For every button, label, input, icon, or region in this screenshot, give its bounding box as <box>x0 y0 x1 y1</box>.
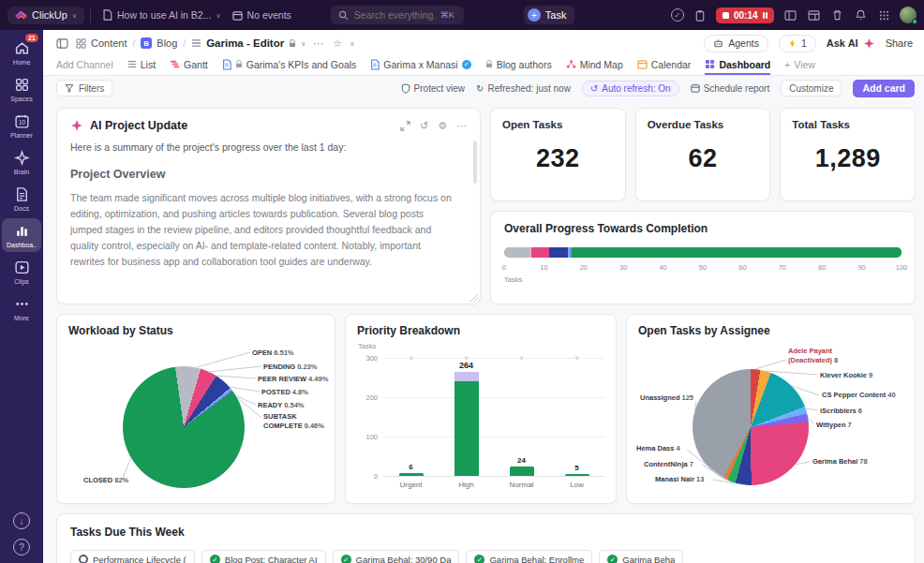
search-input[interactable] <box>354 9 435 21</box>
history-icon[interactable]: ↺ <box>420 120 428 132</box>
more-options-icon[interactable]: ⋯ <box>311 37 325 50</box>
help-icon[interactable]: ? <box>13 539 30 556</box>
tab-calendar[interactable]: Calendar <box>637 56 692 75</box>
task-chip[interactable]: ✓ Blog Post: Character AI <box>201 550 326 563</box>
bar[interactable] <box>399 473 424 476</box>
stat-title: Overdue Tasks <box>648 119 759 130</box>
sidebar-item-more[interactable]: More <box>2 291 41 325</box>
boost-button[interactable]: 1 <box>779 35 816 52</box>
protect-view-button[interactable]: Protect view <box>401 83 465 94</box>
expand-icon[interactable] <box>400 121 410 131</box>
doc-icon <box>370 59 380 70</box>
schedule-report-label: Schedule report <box>704 83 770 94</box>
schedule-report-button[interactable]: Schedule report <box>691 83 770 94</box>
tab-dashboard[interactable]: Dashboard <box>705 56 770 75</box>
tab-label: Blog authors <box>497 59 552 70</box>
open-tasks-by-assignee-card: Open Tasks by Assignee Adele Payant (Dea… <box>626 314 916 504</box>
breadcrumb-blog[interactable]: B Blog <box>141 37 177 49</box>
add-card-button[interactable]: Add card <box>853 80 915 97</box>
assignee-pie[interactable] <box>693 369 809 485</box>
chevron-down-icon[interactable]: ∨ <box>409 354 413 362</box>
sidebar-item-label: Clips <box>14 278 29 285</box>
tab-garima-x-manasi[interactable]: Garima x Manasi ✓ <box>370 56 470 75</box>
check-circle-icon[interactable]: ✓ <box>671 8 684 22</box>
open-doc-button[interactable]: How to use AI in B2... ∨ <box>97 7 227 23</box>
refreshed-status[interactable]: ↻ Refreshed: just now <box>476 83 571 94</box>
sidebar-item-clips[interactable]: Clips <box>2 255 41 289</box>
tasks-due-this-week-card: Tasks Due This Week Performance Lifecycl… <box>56 513 916 563</box>
tab-list[interactable]: List <box>127 56 156 75</box>
card-menu-icon[interactable]: ⋯ <box>456 120 467 132</box>
tab-blog-authors[interactable]: Blog authors <box>485 56 552 75</box>
import-icon[interactable]: ↓ <box>13 512 30 529</box>
sidebar-item-planner[interactable]: 10 Planner <box>2 109 41 142</box>
sidebar-item-spaces[interactable]: Spaces <box>2 72 41 106</box>
timer-badge[interactable]: 00:14 <box>716 7 774 23</box>
layout-icon[interactable] <box>806 7 821 22</box>
filters-button[interactable]: Filters <box>56 80 112 96</box>
chevron-down-icon[interactable]: ∨ <box>574 354 579 362</box>
tab-gantt[interactable]: Gantt <box>170 56 208 75</box>
tab-mind-map[interactable]: Mind Map <box>566 56 623 75</box>
bar[interactable] <box>455 372 479 476</box>
auto-refresh-toggle[interactable]: ↺ Auto refresh: On <box>582 81 679 96</box>
task-chip[interactable]: ✓ Garima Behal: 30/90 Da <box>333 550 460 563</box>
protect-view-label: Protect view <box>414 83 465 94</box>
sidebar-item-dashboards[interactable]: Dashboa.. <box>2 218 41 252</box>
calendar-icon <box>637 59 648 69</box>
current-view-name[interactable]: Garima - Editor ∨ <box>191 37 306 49</box>
apps-grid-icon[interactable] <box>876 7 891 22</box>
check-icon: ✓ <box>210 555 220 563</box>
tab-label: Mind Map <box>580 59 623 70</box>
workspace-switcher[interactable]: ClickUp ∨ <box>7 7 84 24</box>
workload-pie[interactable] <box>123 366 245 488</box>
bar[interactable] <box>565 474 589 476</box>
view-tabs: Add Channel List Gantt Garima's KPIs and… <box>43 56 924 76</box>
global-search[interactable]: ⌘K <box>331 6 464 24</box>
sidebar-item-brain[interactable]: Brain <box>2 145 41 179</box>
chevron-down-icon[interactable]: ∨ <box>464 354 469 362</box>
chevron-down-icon: ∨ <box>72 12 77 19</box>
task-chip[interactable]: ✓ Garima Beha <box>599 550 683 563</box>
scrollbar-thumb[interactable] <box>473 141 477 184</box>
breadcrumb-content[interactable]: Content <box>76 37 127 49</box>
events-button[interactable]: No events <box>227 7 297 23</box>
new-task-button[interactable]: + Task <box>524 6 575 24</box>
split-view-icon[interactable] <box>782 7 797 22</box>
collapse-panel-icon[interactable] <box>54 38 70 49</box>
sidebar-item-docs[interactable]: Docs <box>2 182 41 215</box>
tab-garimas-kpis[interactable]: Garima's KPIs and Goals <box>222 56 357 75</box>
stat-title: Open Tasks <box>502 119 614 130</box>
dashboards-icon <box>14 223 30 239</box>
sidebar-item-home[interactable]: 21 Home <box>2 36 41 69</box>
bar-column-normal[interactable]: ∨ 24 Normal <box>494 358 549 476</box>
task-label: Blog Post: Character AI <box>225 555 318 563</box>
chevron-down-icon[interactable]: ∨ <box>519 354 524 362</box>
task-chip[interactable]: Performance Lifecycle ( <box>70 550 195 563</box>
bar[interactable] <box>510 467 534 476</box>
agents-button[interactable]: Agents <box>704 35 768 52</box>
ask-ai-button[interactable]: Ask AI <box>827 37 875 50</box>
progress-stacked-bar[interactable] <box>504 247 902 258</box>
customize-button[interactable]: Customize <box>781 80 842 96</box>
favorite-star-icon[interactable]: ☆ <box>331 37 344 50</box>
bar-column-low[interactable]: ∨ 5 Low <box>549 358 604 476</box>
add-channel-button[interactable]: Add Channel <box>56 56 113 75</box>
pie-label: PENDING0.23% <box>263 363 317 372</box>
svg-text:10: 10 <box>18 119 25 126</box>
share-button[interactable]: Share <box>886 37 913 49</box>
settings-gear-icon[interactable]: ⚙ <box>438 120 447 132</box>
user-avatar[interactable] <box>900 7 917 23</box>
check-icon: ✓ <box>474 555 484 563</box>
brain-sparkle-icon <box>14 150 30 166</box>
add-view-button[interactable]: + View <box>784 56 815 75</box>
priority-bar-chart[interactable]: ∨ 6 Urgent ∨ 264 High ∨ <box>383 358 604 477</box>
bar-column-high[interactable]: ∨ 264 High <box>439 358 494 476</box>
clipboard-icon[interactable] <box>693 7 708 22</box>
plus-icon: + <box>784 59 790 70</box>
bell-icon[interactable] <box>853 7 868 22</box>
task-chip[interactable]: ✓ Garima Behal: Enrollme <box>466 550 592 563</box>
bar-column-urgent[interactable]: ∨ 6 Urgent <box>383 358 439 476</box>
resize-handle[interactable] <box>469 292 478 302</box>
trash-icon[interactable] <box>829 7 844 22</box>
